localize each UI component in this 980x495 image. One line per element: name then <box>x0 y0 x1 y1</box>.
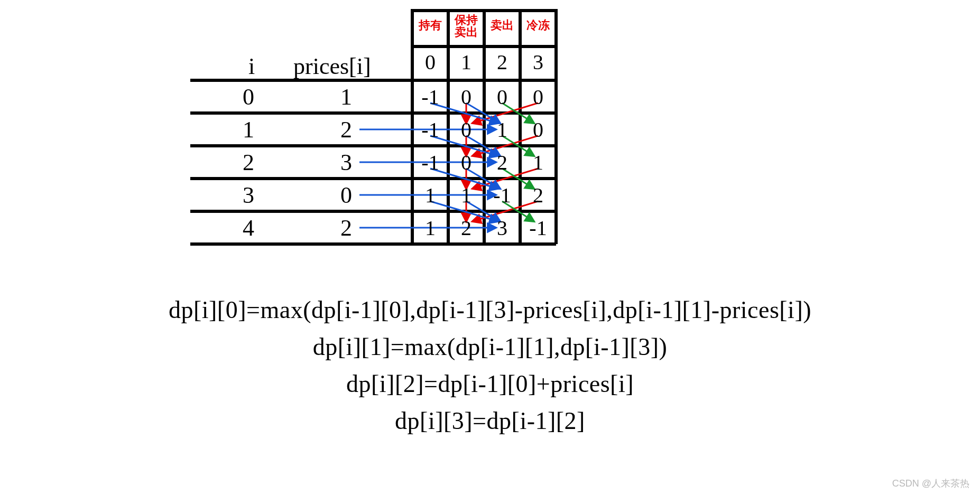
row-i: 0 <box>227 83 270 110</box>
dp-cell: 0 <box>485 85 519 109</box>
dp-cell: 2 <box>485 150 519 175</box>
dp-cell: 1 <box>521 150 555 175</box>
row-price: 3 <box>325 149 367 176</box>
dp-cell: 2 <box>521 183 555 208</box>
dp-cell: 1 <box>485 117 519 142</box>
dp-cell: 0 <box>449 150 483 175</box>
state-label-0: 持有 <box>413 19 447 31</box>
dp-cell: 3 <box>485 216 519 240</box>
header-i: i <box>248 53 255 80</box>
dp-cell: 0 <box>449 85 483 109</box>
dp-cell: -1 <box>485 183 519 208</box>
row-i: 1 <box>227 116 270 143</box>
diagram-stage: i prices[i] 持有 保持 卖出 卖出 冷冻 0 1 2 3 0 1 -… <box>0 0 980 495</box>
dp-cell: -1 <box>413 150 447 175</box>
row-price: 2 <box>325 214 367 241</box>
state-index-3: 3 <box>521 50 555 74</box>
dp-cell: 0 <box>521 117 555 142</box>
state-index-0: 0 <box>413 50 447 74</box>
dp-cell: 1 <box>449 183 483 208</box>
dp-cell: 0 <box>449 117 483 142</box>
formula-0: dp[i][0]=max(dp[i-1][0],dp[i-1][3]-price… <box>0 296 980 324</box>
header-prices: prices[i] <box>293 53 371 80</box>
dp-cell: -1 <box>413 85 447 109</box>
dp-cell: 2 <box>449 216 483 240</box>
state-label-2: 卖出 <box>485 19 519 31</box>
dp-cell: -1 <box>413 117 447 142</box>
dp-cell: 1 <box>413 216 447 240</box>
dp-cell: 0 <box>521 85 555 109</box>
state-index-2: 2 <box>485 50 519 74</box>
row-i: 3 <box>227 182 270 209</box>
row-price: 0 <box>325 182 367 209</box>
row-price: 1 <box>325 83 367 110</box>
state-label-3: 冷冻 <box>521 19 555 31</box>
state-label-1: 保持 卖出 <box>449 14 483 38</box>
row-i: 4 <box>227 214 270 241</box>
formula-2: dp[i][2]=dp[i-1][0]+prices[i] <box>0 370 980 398</box>
formula-3: dp[i][3]=dp[i-1][2] <box>0 407 980 435</box>
state-index-1: 1 <box>449 50 483 74</box>
dp-cell: 1 <box>413 183 447 208</box>
watermark: CSDN @人来茶热 <box>892 477 969 490</box>
row-price: 2 <box>325 116 367 143</box>
formula-1: dp[i][1]=max(dp[i-1][1],dp[i-1][3]) <box>0 333 980 361</box>
row-i: 2 <box>227 149 270 176</box>
dp-cell: -1 <box>521 216 555 240</box>
